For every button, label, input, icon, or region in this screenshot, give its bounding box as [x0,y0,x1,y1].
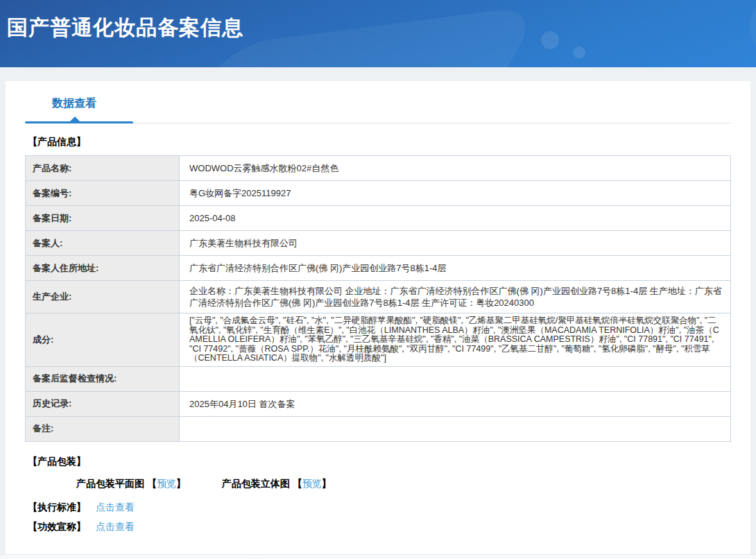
section-execution-standard-title: 【执行标准】 [28,501,86,513]
row-value: 粤G妆网备字2025119927 [180,181,731,206]
content-card: 数据查看 【产品信息】 产品名称: WODWOD云雾触感水散粉02#自然色 备案… [6,81,750,554]
packaging-stereo-preview-link[interactable]: 预览 [302,478,322,489]
packaging-stereo-label: 产品包装立体图 [222,478,290,489]
packaging-stereo-group: 产品包装立体图 【预览】 [222,478,332,489]
efficacy-claim-line: 【功效宣称】 点击查看 [28,521,731,533]
tab-rule [25,123,731,123]
bracket-open: 【 [147,478,157,489]
row-label: 产品名称: [26,156,180,181]
row-value [180,366,731,391]
page-footer: 本站由国家药品监督管理局主办 版权所有 Copyright © NMPA All… [0,554,756,559]
section-efficacy-claim-title: 【功效宣称】 [28,521,86,532]
tab-active-triangle-icon [70,117,80,121]
packaging-preview-line: 产品包装平面图 【预览】 产品包装立体图 【预览】 [25,478,731,490]
table-row-remark: 备注: [26,416,731,441]
row-value: WODWOD云雾触感水散粉02#自然色 [180,156,731,181]
packaging-flat-label: 产品包装平面图 [76,478,144,489]
row-label: 备注: [26,416,180,441]
table-row-filing-number: 备案编号: 粤G妆网备字2025119927 [26,181,731,206]
bracket-open: 【 [293,478,302,489]
tab-bar: 数据查看 [25,96,731,123]
efficacy-claim-view-link[interactable]: 点击查看 [96,521,135,532]
packaging-flat-preview-link[interactable]: 预览 [157,478,176,489]
table-row-supervision: 备案后监督检查情况: [26,366,731,391]
table-row-filing-date: 备案日期: 2025-04-08 [26,206,731,231]
packaging-flat-group: 产品包装平面图 【预览】 [76,478,189,489]
row-value: ["云母", "合成氟金云母", "硅石", "水", "二异硬脂醇苹果酸酯",… [180,313,731,367]
row-value: 2025年04月10日 首次备案 [180,391,731,416]
table-row-filer-address: 备案人住所地址: 广东省广清经济特别合作区广佛(佛 冈)产业园创业路7号8栋1-… [26,256,731,281]
row-label: 历史记录: [26,391,180,416]
row-value: 2025-04-08 [180,206,731,231]
row-value: 广东美著生物科技有限公司 [180,231,731,256]
row-label: 备案人: [26,231,180,256]
row-label: 备案后监督检查情况: [26,366,180,391]
table-row-product-name: 产品名称: WODWOD云雾触感水散粉02#自然色 [26,156,731,181]
section-packaging-title: 【产品包装】 [28,456,731,468]
execution-standard-view-link[interactable]: 点击查看 [96,501,135,513]
row-label: 生产企业: [26,281,180,313]
tab-active-indicator [25,121,133,123]
table-row-history: 历史记录: 2025年04月10日 首次备案 [26,391,731,416]
page-header: 国产普通化妆品备案信息 [0,0,756,67]
table-row-filer: 备案人: 广东美著生物科技有限公司 [26,231,731,256]
row-value [180,416,731,441]
row-value: 广东省广清经济特别合作区广佛(佛 冈)产业园创业路7号8栋1-4层 [180,256,731,281]
execution-standard-line: 【执行标准】 点击查看 [28,501,731,514]
section-product-info-title: 【产品信息】 [28,136,731,148]
page-title: 国产普通化妆品备案信息 [0,0,756,42]
table-row-ingredients: 成分: ["云母", "合成氟金云母", "硅石", "水", "二异硬脂醇苹果… [26,313,731,367]
row-label: 成分: [26,313,180,367]
row-label: 备案人住所地址: [26,256,180,281]
row-label: 备案日期: [26,206,180,231]
bracket-close: 】 [322,478,332,489]
table-row-manufacturer: 生产企业: 企业名称：广东美著生物科技有限公司 企业地址：广东省广清经济特别合作… [26,281,731,313]
row-label: 备案编号: [26,181,180,206]
bracket-close: 】 [176,478,186,489]
row-value: 企业名称：广东美著生物科技有限公司 企业地址：广东省广清经济特别合作区广佛(佛 … [180,281,731,313]
product-info-table: 产品名称: WODWOD云雾触感水散粉02#自然色 备案编号: 粤G妆网备字20… [25,155,731,442]
